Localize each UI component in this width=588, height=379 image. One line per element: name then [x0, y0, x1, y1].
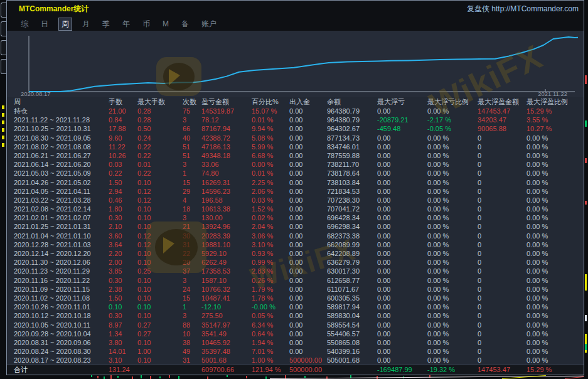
table-row[interactable]: 2021.08.30 ~ 2021.09.059.600.244042388.7…	[7, 134, 584, 142]
value-cell: 0.00	[377, 276, 427, 285]
table-row[interactable]: 2021.01.04 ~ 2021.01.103.600.123020283.3…	[7, 232, 584, 240]
value-cell: 0.00	[377, 249, 427, 258]
value-cell: 0.00	[377, 311, 427, 320]
value-cell: 0.00	[377, 285, 427, 294]
value-cell: 0.00	[289, 151, 327, 160]
value-cell: 最大浮盈比例	[527, 97, 577, 107]
value-cell: 0.00	[377, 329, 427, 338]
background-candle	[141, 375, 142, 378]
table-row[interactable]: 2021.06.21 ~ 2021.06.2710.260.225149348.…	[7, 151, 584, 160]
value-cell: 0.00	[289, 285, 327, 294]
period-cell: 2021.05.03 ~ 2021.05.09	[14, 169, 109, 178]
table-row[interactable]: 2021.04.05 ~ 2021.04.112.940.122914596.2…	[7, 187, 584, 196]
table-row[interactable]: 2020.11.02 ~ 2020.11.081.500.101510487.4…	[7, 294, 584, 302]
table-row[interactable]: 2020.10.12 ~ 2020.10.180.300.103275.500.…	[7, 311, 584, 320]
value-cell: 609700.66	[201, 365, 252, 374]
table-row[interactable]: 2020.11.09 ~ 2020.11.152.380.102410766.3…	[7, 285, 584, 294]
table-row[interactable]: 2020.08.31 ~ 2020.09.063.800.103810465.9…	[7, 338, 584, 347]
value-cell: 0.00	[377, 267, 427, 275]
table-row[interactable]: 2020.11.23 ~ 2020.11.293.850.253717358.5…	[7, 267, 584, 275]
table-row[interactable]: 2021.06.14 ~ 2021.06.200.030.01333.060.0…	[7, 160, 584, 169]
table-row[interactable]: 2021.11.22 ~ 2021.11.280.840.28378.120.0…	[7, 115, 584, 124]
value-cell: 90065.88	[478, 124, 527, 133]
value-cell: 盈亏金额	[201, 97, 252, 107]
tab-月[interactable]: 月	[80, 18, 92, 30]
table-row[interactable]: 2021.03.22 ~ 2021.03.280.460.124196.580.…	[7, 196, 584, 205]
value-cell: 0	[478, 329, 527, 338]
value-cell: 10766.32	[201, 285, 252, 294]
table-row[interactable]: 2020.12.14 ~ 2020.12.202.200.10225929.10…	[7, 249, 584, 258]
tab-季[interactable]: 季	[100, 18, 112, 30]
period-cell: 2021.02.08 ~ 2021.02.14	[14, 205, 109, 213]
value-cell: 1	[183, 169, 201, 178]
period-cell: 2021.06.21 ~ 2021.06.27	[14, 151, 109, 160]
value-cell: 0.00	[377, 347, 427, 356]
background-candle	[585, 201, 587, 205]
table-row[interactable]: 2020.08.17 ~ 2020.08.233.100.10315001.68…	[7, 356, 584, 365]
value-cell: 0.00 %	[427, 178, 478, 187]
value-cell: 0.00 %	[427, 267, 478, 275]
tab-币[interactable]: 币	[140, 18, 152, 30]
period-cell: 持仓	[14, 107, 109, 115]
value-cell: 0.12	[137, 187, 183, 196]
period-cell: 周	[14, 97, 109, 107]
value-cell: 0.99 %	[252, 258, 289, 267]
value-cell: 0.00 %	[527, 294, 577, 302]
brand-link[interactable]: 复盘侠 http://MTCommander.com	[467, 4, 579, 14]
background-marker	[2, 128, 4, 132]
table-row[interactable]: 2021.01.25 ~ 2021.01.312.100.102113924.9…	[7, 222, 584, 231]
table-row[interactable]: 2021.08.02 ~ 2021.08.0811.220.225147186.…	[7, 142, 584, 151]
period-cell: 2021.08.30 ~ 2021.09.05	[14, 134, 109, 142]
value-cell: 500000.00	[289, 356, 327, 365]
tab-M[interactable]: M	[160, 19, 171, 29]
value-cell: 0	[478, 294, 527, 302]
value-cell: 0.00	[377, 232, 427, 240]
table-row[interactable]: 2020.10.05 ~ 2020.10.118.970.278835147.9…	[7, 321, 584, 329]
total-row[interactable]: 合计131.24609700.66121.94 %500000.00-16948…	[7, 365, 584, 374]
background-candle	[104, 376, 105, 379]
tab-日[interactable]: 日	[38, 18, 51, 30]
value-cell: 0.00	[377, 222, 427, 231]
value-cell: 0.00 %	[527, 249, 577, 258]
table-row[interactable]: 2021.05.03 ~ 2021.05.090.220.22174.800.0…	[7, 169, 584, 178]
table-row[interactable]: 2021.10.25 ~ 2021.10.3117.880.506687167.…	[7, 124, 584, 133]
value-cell: 0.00	[289, 302, 327, 311]
value-cell: 0.00 %	[527, 347, 577, 356]
period-cell: 2020.12.14 ~ 2020.12.20	[14, 249, 109, 258]
tab-年[interactable]: 年	[120, 18, 132, 30]
value-cell: 145319.87	[201, 107, 252, 115]
value-cell: 550865.08	[327, 338, 377, 347]
value-cell: 3.55 %	[527, 115, 577, 124]
value-cell: 0.00	[289, 196, 327, 205]
value-cell: 10.27 %	[527, 124, 577, 133]
table-row[interactable]: 2021.04.26 ~ 2021.05.021.500.101516269.3…	[7, 178, 584, 187]
table-row[interactable]: 2020.08.24 ~ 2020.08.3014.011.004935397.…	[7, 347, 584, 356]
value-cell: 75	[183, 107, 201, 115]
value-cell: 5001.68	[201, 356, 252, 365]
value-cell: 0.00 %	[527, 329, 577, 338]
value-cell: 9.60	[109, 134, 137, 142]
table-row[interactable]: 2020.10.26 ~ 2020.11.010.100.101-12.10-0…	[7, 302, 584, 311]
table-row[interactable]: 2021.02.08 ~ 2021.02.141.800.101810613.3…	[7, 205, 584, 213]
value-cell: 0.10	[137, 285, 183, 294]
table-row[interactable]: 2020.09.28 ~ 2020.10.041.340.27103541.49…	[7, 329, 584, 338]
tab-周[interactable]: 周	[58, 18, 72, 31]
table-row[interactable]: 2020.12.28 ~ 2021.01.033.640.123119881.1…	[7, 240, 584, 249]
tab-账户[interactable]: 账户	[199, 18, 219, 30]
value-cell: 612658.77	[327, 276, 377, 285]
value-cell: 手数	[109, 97, 137, 107]
table-row[interactable]: 2020.11.30 ~ 2020.12.062.000.10206262.49…	[7, 258, 584, 267]
value-cell: 0.00	[289, 142, 327, 151]
table-row[interactable]: 2021.02.01 ~ 2021.02.070.300.103130.000.…	[7, 213, 584, 222]
period-cell: 2021.11.22 ~ 2021.11.28	[14, 115, 109, 124]
tab-综[interactable]: 综	[18, 18, 31, 30]
value-cell: 738103.84	[327, 178, 377, 187]
background-marker	[2, 136, 4, 139]
table-row[interactable]: 持仓21.000.2875145319.8715.07 %0.00964380.…	[7, 107, 584, 115]
table-row[interactable]: 2020.11.16 ~ 2020.11.220.300.1031587.100…	[7, 276, 584, 285]
value-cell: 738211.70	[327, 160, 377, 169]
value-cell: 3.80	[109, 338, 137, 347]
tab-备[interactable]: 备	[179, 18, 191, 30]
value-cell: 0.01	[137, 160, 183, 169]
value-cell: 0.27	[137, 321, 183, 329]
